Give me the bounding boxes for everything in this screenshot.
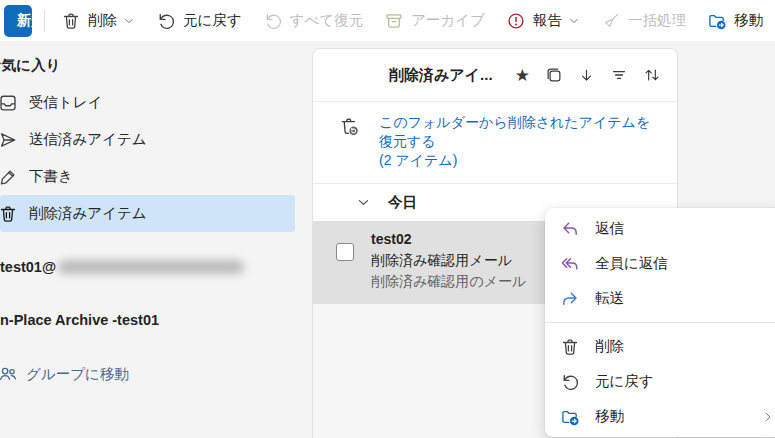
chevron-down-icon — [123, 15, 135, 27]
sort-icon[interactable] — [643, 66, 661, 84]
favorites-header: お気に入り — [0, 56, 306, 75]
message-list-header: 削除済みアイ... ★ — [313, 49, 677, 101]
chevron-down-icon — [356, 195, 371, 210]
email-subject: 削除済み確認用メール — [371, 250, 526, 271]
list-header-actions: ★ — [515, 66, 661, 84]
context-menu-reply-all[interactable]: 全員に返信 — [545, 246, 775, 281]
toolbar-sweep-button[interactable]: 一括処理 — [592, 5, 695, 37]
delete-dropdown-chevron[interactable] — [123, 15, 135, 27]
go-to-groups-label: グループに移動 — [26, 365, 129, 384]
toolbar-delete-button[interactable]: 削除 — [52, 5, 144, 37]
account-header[interactable]: test01@ — [0, 259, 306, 275]
context-menu-move[interactable]: 移動 — [545, 399, 775, 434]
email-text-block: test02 削除済み確認用メール 削除済み確認用のメール — [371, 229, 526, 304]
in-place-archive-header[interactable]: n-Place Archive -test01 — [0, 312, 306, 328]
sidebar-item-label: 下書き — [29, 167, 73, 186]
people-icon — [0, 364, 18, 384]
sidebar-item-label: 受信トレイ — [29, 93, 103, 112]
filter-icon[interactable] — [610, 66, 628, 84]
toolbar-archive-button[interactable]: アーカイブ — [375, 5, 494, 37]
menu-item-label: 返信 — [595, 219, 624, 238]
reply-icon — [560, 219, 580, 239]
report-dropdown-chevron[interactable] — [568, 15, 580, 27]
folder-move-icon — [560, 407, 580, 427]
trash-icon — [61, 11, 81, 31]
account-prefix: test01@ — [0, 259, 56, 275]
sidebar-item-inbox[interactable]: 受信トレイ — [0, 84, 306, 121]
restore-link-line1: このフォルダーから削除されたアイテムを復元する — [379, 114, 650, 149]
toolbar-restore-all-button[interactable]: すべて復元 — [254, 5, 373, 37]
toolbar-delete-label: 削除 — [88, 11, 117, 30]
chevron-down-icon — [568, 15, 580, 27]
report-warning-icon — [506, 11, 526, 31]
toolbar: 新規メール 削除 元に戻す すべて復元 アーカイブ 報告 一括処理 移動 — [0, 0, 775, 41]
folder-move-icon — [707, 11, 727, 31]
draft-pencil-icon — [0, 167, 18, 187]
menu-item-label: 移動 — [595, 407, 624, 426]
folder-sidebar: お気に入り 受信トレイ 送信済みアイテム 下書き 削除済みアイテム test01… — [0, 41, 306, 438]
restore-all-icon — [263, 11, 283, 31]
reply-all-icon — [560, 254, 580, 274]
restore-deleted-items-link[interactable]: このフォルダーから削除されたアイテムを復元する (2 アイテム) — [313, 101, 677, 183]
toolbar-undo-label: 元に戻す — [183, 11, 242, 30]
submenu-chevron-right-icon — [761, 410, 775, 424]
toolbar-sweep-label: 一括処理 — [628, 11, 686, 30]
archive-icon — [384, 11, 404, 31]
trash-restore-icon — [339, 116, 360, 137]
context-menu-delete[interactable]: 削除 — [545, 329, 775, 364]
sidebar-item-label: 削除済みアイテム — [29, 204, 147, 223]
restore-link-text: このフォルダーから削除されたアイテムを復元する (2 アイテム) — [379, 113, 663, 170]
toolbar-archive-label: アーカイブ — [411, 11, 485, 30]
menu-item-label: 全員に返信 — [595, 254, 668, 273]
menu-item-label: 転送 — [595, 289, 624, 308]
email-checkbox[interactable] — [336, 243, 354, 261]
toolbar-move-label: 移動 — [734, 11, 763, 30]
toolbar-report-label: 報告 — [533, 11, 562, 30]
move-down-arrow-icon[interactable] — [578, 67, 595, 84]
select-all-icon[interactable] — [545, 66, 563, 84]
email-preview: 削除済み確認用のメール — [371, 271, 526, 292]
menu-item-label: 元に戻す — [595, 372, 654, 391]
sidebar-item-sent[interactable]: 送信済みアイテム — [0, 121, 306, 158]
menu-item-label: 削除 — [595, 337, 624, 356]
favorite-star-icon[interactable]: ★ — [515, 67, 530, 84]
sidebar-item-drafts[interactable]: 下書き — [0, 158, 306, 195]
email-sender: test02 — [371, 229, 526, 250]
undo-icon — [560, 372, 580, 392]
folder-title: 削除済みアイ... — [389, 66, 493, 85]
sidebar-item-label: 送信済みアイテム — [29, 130, 147, 149]
restore-item-count: (2 アイテム) — [379, 152, 457, 168]
account-domain-redacted — [58, 260, 244, 274]
trash-icon — [560, 337, 580, 357]
context-menu-reply[interactable]: 返信 — [545, 211, 775, 246]
new-mail-label: 新規メール — [4, 12, 32, 30]
sidebar-item-deleted-items[interactable]: 削除済みアイテム — [0, 195, 295, 232]
toolbar-move-button[interactable]: 移動 — [698, 5, 772, 37]
forward-icon — [560, 289, 580, 309]
sweep-broom-icon — [601, 11, 621, 31]
trash-icon — [0, 204, 18, 224]
inbox-icon — [0, 93, 18, 113]
email-context-menu: 返信 全員に返信 転送 削除 元に戻す 移動 — [545, 208, 775, 437]
undo-icon — [156, 11, 176, 31]
send-icon — [0, 130, 18, 150]
context-menu-forward[interactable]: 転送 — [545, 281, 775, 316]
context-menu-undo[interactable]: 元に戻す — [545, 364, 775, 399]
go-to-groups-link[interactable]: グループに移動 — [0, 364, 306, 384]
toolbar-undo-button[interactable]: 元に戻す — [147, 5, 251, 37]
group-header-label: 今日 — [388, 193, 417, 212]
toolbar-report-button[interactable]: 報告 — [497, 5, 589, 37]
new-mail-button[interactable]: 新規メール — [4, 5, 32, 37]
toolbar-restore-all-label: すべて復元 — [290, 11, 364, 30]
menu-divider — [545, 322, 775, 323]
